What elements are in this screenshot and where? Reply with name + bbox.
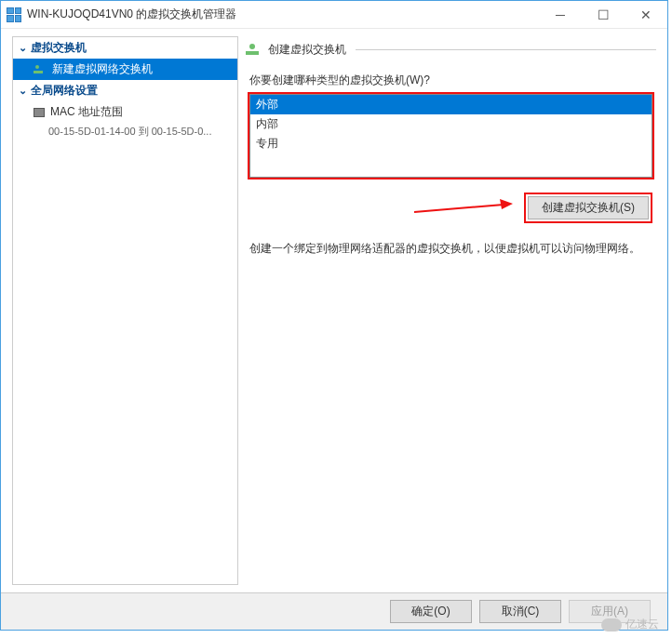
right-detail-panel: 创建虚拟交换机 你要创建哪种类型的虚拟交换机(W)? 外部 内部 专用 创建虚拟… xyxy=(246,36,656,585)
panel-title: 创建虚拟交换机 xyxy=(268,42,346,58)
option-private[interactable]: 专用 xyxy=(250,134,652,153)
panel-header: 创建虚拟交换机 xyxy=(246,36,656,63)
tree-section-global-settings[interactable]: ⌄ 全局网络设置 xyxy=(13,80,237,101)
highlight-box-create-button: 创建虚拟交换机(S) xyxy=(524,193,652,223)
chevron-down-icon: ⌄ xyxy=(19,42,27,54)
dialog-footer: 确定(O) 取消(C) 应用(A) xyxy=(1,592,667,630)
tree-item-label: 新建虚拟网络交换机 xyxy=(52,61,153,77)
create-virtual-switch-button[interactable]: 创建虚拟交换机(S) xyxy=(528,196,649,219)
switch-type-listbox[interactable]: 外部 内部 专用 xyxy=(249,94,652,178)
switch-type-description: 创建一个绑定到物理网络适配器的虚拟交换机，以便虚拟机可以访问物理网络。 xyxy=(249,240,652,257)
window-controls: ─ ☐ ✕ xyxy=(539,1,667,28)
tree-item-mac-range[interactable]: MAC 地址范围 xyxy=(13,101,237,123)
annotation-arrow-icon xyxy=(412,199,515,218)
window-title: WIN-KUJOQD41VN0 的虚拟交换机管理器 xyxy=(27,7,539,22)
left-tree-panel: ⌄ 虚拟交换机 新建虚拟网络交换机 ⌄ 全局网络设置 MAC 地址范围 00-1… xyxy=(12,36,238,585)
svg-marker-1 xyxy=(500,199,513,209)
chevron-down-icon: ⌄ xyxy=(19,85,27,97)
tree-item-mac-range-value: 00-15-5D-01-14-00 到 00-15-5D-0... xyxy=(13,123,237,140)
tree-section-virtual-switches[interactable]: ⌄ 虚拟交换机 xyxy=(13,37,237,59)
tree-section-label: 虚拟交换机 xyxy=(31,40,87,56)
tree-item-new-virtual-switch[interactable]: 新建虚拟网络交换机 xyxy=(13,59,237,80)
titlebar: WIN-KUJOQD41VN0 的虚拟交换机管理器 ─ ☐ ✕ xyxy=(1,1,667,29)
virtual-switch-manager-window: WIN-KUJOQD41VN0 的虚拟交换机管理器 ─ ☐ ✕ ⌄ 虚拟交换机 … xyxy=(0,0,668,631)
tree-item-label: MAC 地址范围 xyxy=(50,104,123,120)
highlight-box-listbox: 外部 内部 专用 xyxy=(248,92,654,179)
app-icon xyxy=(7,7,21,22)
cancel-button[interactable]: 取消(C) xyxy=(479,600,561,623)
network-switch-icon xyxy=(34,65,47,74)
header-rule xyxy=(356,49,656,50)
close-button[interactable]: ✕ xyxy=(625,1,667,28)
virtual-switch-icon xyxy=(246,44,261,57)
svg-line-0 xyxy=(414,205,504,212)
ok-button[interactable]: 确定(O) xyxy=(390,600,472,623)
content-area: ⌄ 虚拟交换机 新建虚拟网络交换机 ⌄ 全局网络设置 MAC 地址范围 00-1… xyxy=(1,29,667,592)
minimize-button[interactable]: ─ xyxy=(539,1,582,28)
maximize-button[interactable]: ☐ xyxy=(582,1,625,28)
nic-icon xyxy=(34,108,45,117)
create-button-row: 创建虚拟交换机(S) xyxy=(246,193,652,223)
option-internal[interactable]: 内部 xyxy=(250,114,652,134)
option-external[interactable]: 外部 xyxy=(250,95,652,114)
switch-type-prompt: 你要创建哪种类型的虚拟交换机(W)? xyxy=(249,73,656,88)
tree-section-label: 全局网络设置 xyxy=(31,83,98,99)
apply-button: 应用(A) xyxy=(569,600,651,623)
